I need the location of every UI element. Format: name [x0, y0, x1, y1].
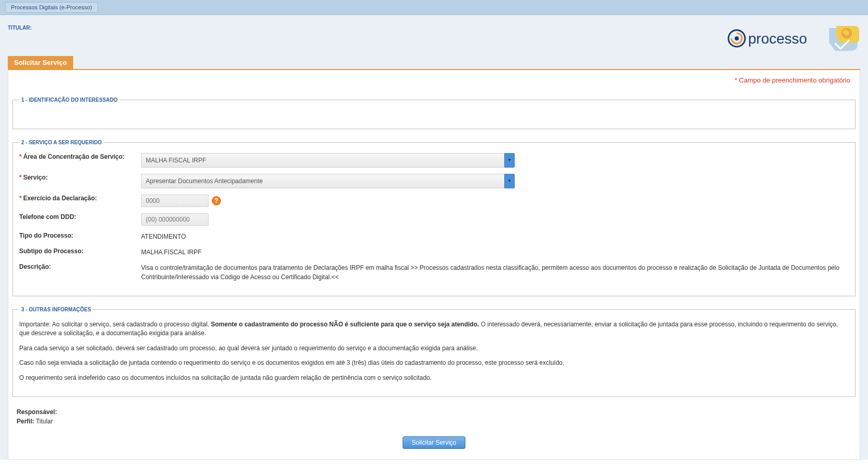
- area-select-value: MALHA FISCAL IRPF: [141, 153, 504, 168]
- fieldset2-legend: 2 - SERVIÇO A SER REQUERIDO: [19, 140, 104, 145]
- servico-label: *Serviço:: [19, 174, 136, 181]
- descricao-value: Visa o controle/tramitação de documentos…: [141, 263, 849, 282]
- servico-select[interactable]: Apresentar Documentos Antecipadamente ▼: [141, 174, 515, 188]
- info-p3: Caso não seja enviada a solicitação de j…: [19, 359, 849, 367]
- responsavel-block: Responsável: Perfil: Titular: [17, 407, 856, 426]
- fieldset1-legend: 1 - IDENTIFICAÇÃO DO INTERESSADO: [19, 97, 120, 103]
- exercicio-input[interactable]: [141, 195, 209, 207]
- tipo-label: Tipo do Processo:: [19, 232, 136, 239]
- servico-select-value: Apresentar Documentos Antecipadamente: [141, 174, 504, 188]
- telefone-input[interactable]: [141, 213, 209, 226]
- logo: processo: [725, 23, 860, 52]
- fieldset3-legend: 3 - OUTRAS INFORMAÇÕES: [19, 307, 93, 312]
- fieldset-identificacao: 1 - IDENTIFICAÇÃO DO INTERESSADO: [12, 97, 856, 129]
- page-wrap: TITULAR: processo Solicitar Serviço: [0, 15, 868, 460]
- perfil-label: Perfil:: [17, 418, 34, 425]
- solicitar-servico-button[interactable]: Solicitar Serviço: [403, 436, 465, 449]
- info-p4: O requerimento será indeferido caso os d…: [19, 374, 849, 382]
- subtipo-label: Subtipo do Processo:: [19, 248, 136, 255]
- subtipo-value: MALHA FISCAL IRPF: [141, 248, 849, 257]
- eprocesso-logo-icon: processo: [725, 23, 860, 52]
- help-icon[interactable]: ?: [212, 196, 221, 205]
- svg-point-1: [735, 36, 739, 40]
- descricao-label: Descrição:: [19, 263, 136, 270]
- area-select-button[interactable]: ▼: [504, 153, 515, 168]
- perfil-value: Titular: [34, 418, 53, 425]
- info-p2: Para cada serviço a ser solicitado, deve…: [19, 344, 849, 353]
- tipo-value: ATENDIMENTO: [141, 232, 849, 241]
- telefone-label: Telefone com DDD:: [19, 213, 136, 221]
- chevron-down-icon: ▼: [507, 157, 512, 163]
- titular-label: TITULAR:: [8, 23, 32, 31]
- top-banner: Processos Digitais (e-Processo): [0, 0, 868, 15]
- fieldset-servico: 2 - SERVIÇO A SER REQUERIDO *Área de Con…: [12, 140, 856, 296]
- svg-text:processo: processo: [748, 31, 807, 47]
- required-note: * Campo de preenchimento obrigatório: [12, 76, 856, 84]
- servico-select-button[interactable]: ▼: [504, 174, 515, 188]
- area-label: *Área de Concentração de Serviço:: [19, 153, 136, 160]
- info-p1: Importante: Ao solicitar o serviço, será…: [19, 320, 849, 338]
- section-title: Solicitar Serviço: [8, 56, 73, 69]
- app-tab[interactable]: Processos Digitais (e-Processo): [5, 2, 98, 12]
- exercicio-label: *Exercício da Declaração:: [19, 195, 136, 202]
- responsavel-label: Responsável:: [17, 408, 57, 416]
- chevron-down-icon: ▼: [507, 178, 512, 184]
- area-select[interactable]: MALHA FISCAL IRPF ▼: [141, 153, 515, 168]
- fieldset-outras: 3 - OUTRAS INFORMAÇÕES Importante: Ao so…: [12, 307, 856, 397]
- content-area: * Campo de preenchimento obrigatório 1 -…: [8, 70, 860, 460]
